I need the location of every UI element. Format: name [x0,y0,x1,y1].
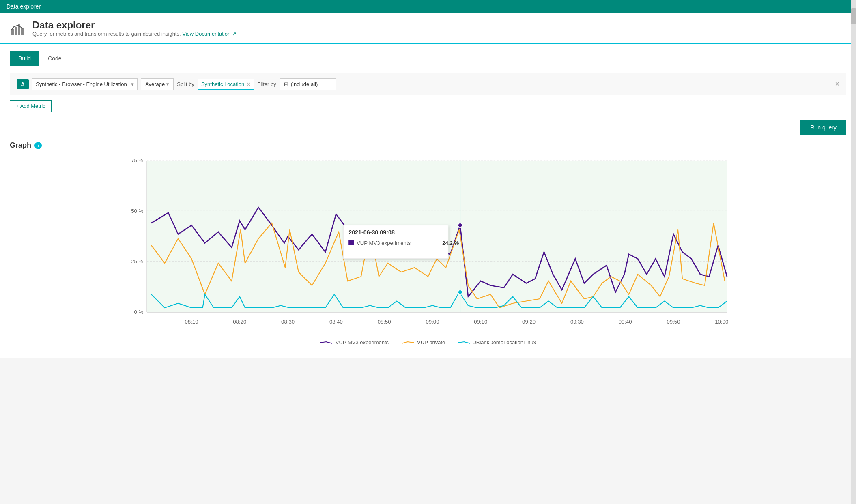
row-close-icon[interactable]: × [835,80,839,88]
svg-text:10:00: 10:00 [715,319,728,325]
legend-item-jblank: JBlankDemoLocationLinux [458,339,536,345]
svg-text:09:00: 09:00 [426,319,439,325]
info-icon[interactable]: i [34,142,42,149]
filter-by-label: Filter by [258,81,276,87]
split-by-tag: Synthetic Location × [198,79,254,90]
tab-build[interactable]: Build [10,51,39,66]
header-icon [10,20,26,36]
split-by-close-icon[interactable]: × [247,81,250,88]
chart-container: 75 % 50 % 25 % 0 % 08:10 08:20 08:30 08:… [10,156,846,335]
chart-svg: 75 % 50 % 25 % 0 % 08:10 08:20 08:30 08:… [10,156,846,335]
legend-item-vup-private: VUP private [402,339,445,345]
header: Data explorer Query for metrics and tran… [0,13,856,44]
svg-text:08:20: 08:20 [233,319,246,325]
run-query-button[interactable]: Run query [800,120,846,135]
main-content: Build Code A Synthetic - Browser - Engin… [0,44,856,358]
svg-text:08:50: 08:50 [378,319,391,325]
graph-title-row: Graph i [10,141,846,150]
svg-text:50 %: 50 % [131,208,143,214]
page-title: Data explorer [32,19,237,31]
legend-label-jblank: JBlankDemoLocationLinux [473,339,536,345]
filter-icon: ⊟ [284,81,288,87]
legend: VUP MV3 experiments VUP private JBlankDe… [10,339,846,345]
svg-text:25 %: 25 % [131,258,143,264]
svg-text:0 %: 0 % [134,309,143,315]
svg-text:09:40: 09:40 [619,319,632,325]
svg-point-32 [458,290,462,294]
doc-link[interactable]: View Documentation ↗ [182,31,237,37]
svg-rect-28 [348,240,354,245]
add-metric-button[interactable]: + Add Metric [10,100,52,112]
svg-text:09:20: 09:20 [522,319,536,325]
legend-item-vup-mv3: VUP MV3 experiments [320,339,389,345]
header-text: Data explorer Query for metrics and tran… [32,19,237,37]
legend-label-vup-mv3: VUP MV3 experiments [336,339,389,345]
svg-text:24.2 %: 24.2 % [442,240,459,246]
metric-label: A [17,79,29,89]
scrollbar[interactable] [851,0,856,358]
legend-line-jblank [458,340,470,345]
legend-line-vup-private [402,340,414,345]
svg-text:2021-06-30 09:08: 2021-06-30 09:08 [348,229,395,236]
svg-text:08:40: 08:40 [329,319,343,325]
svg-rect-1 [15,27,17,35]
run-query-row: Run query [10,117,846,138]
split-by-value: Synthetic Location [201,81,244,87]
svg-text:09:30: 09:30 [570,319,584,325]
legend-label-vup-private: VUP private [417,339,445,345]
svg-text:08:30: 08:30 [281,319,295,325]
svg-text:09:10: 09:10 [474,319,487,325]
graph-title: Graph [10,141,31,150]
top-bar-title: Data explorer [6,3,41,10]
filter-box[interactable]: ⊟ (include all) [280,78,336,90]
top-bar: Data explorer [0,0,856,13]
svg-text:VUP MV3 experiments: VUP MV3 experiments [357,240,411,246]
legend-line-vup-mv3 [320,340,332,345]
svg-rect-3 [21,28,24,35]
aggregation-dropdown[interactable]: Average ▾ [141,78,174,90]
split-by-label: Split by [177,81,194,87]
tabs: Build Code [10,44,846,66]
metric-name: Synthetic - Browser - Engine Utilization [36,81,127,87]
add-metric-row: + Add Metric [10,95,846,117]
graph-section: Graph i 75 % 50 % 25 % 0 % 08:10 08:20 [10,138,846,349]
metric-select[interactable]: Synthetic - Browser - Engine Utilization… [32,78,138,90]
svg-text:09:50: 09:50 [667,319,680,325]
svg-point-31 [458,223,462,227]
filter-value: (include all) [291,81,318,87]
aggregation-value: Average [145,81,165,87]
scroll-thumb[interactable] [851,8,856,24]
svg-text:75 %: 75 % [131,157,143,163]
query-row: A Synthetic - Browser - Engine Utilizati… [10,73,846,95]
aggregation-chevron-icon: ▾ [166,81,169,87]
tab-code[interactable]: Code [39,51,70,66]
metric-dropdown-icon: ▾ [131,81,134,87]
page-subtitle: Query for metrics and transform results … [32,31,237,37]
svg-text:08:10: 08:10 [185,319,198,325]
